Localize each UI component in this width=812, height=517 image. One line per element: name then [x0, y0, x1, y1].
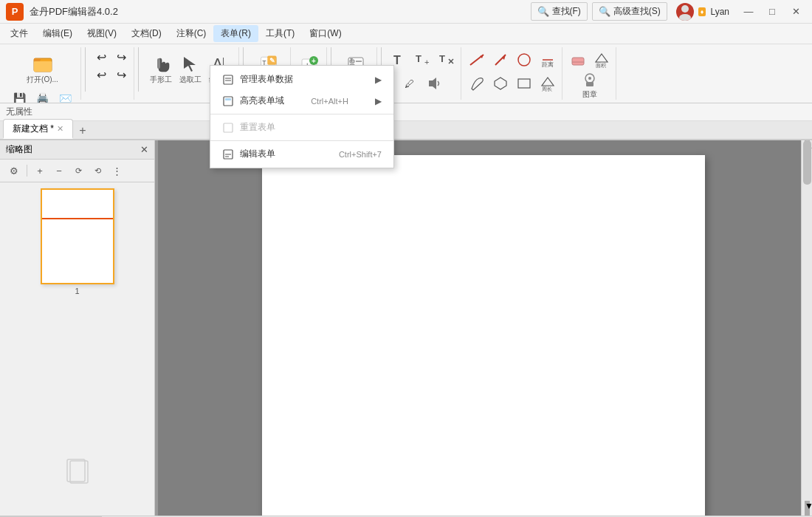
svg-point-47	[588, 77, 591, 80]
search-icon: 🔍	[537, 6, 549, 17]
tab-new-document[interactable]: 新建文档 * ✕	[3, 119, 73, 139]
titlebar: P 金丹PDF编辑器4.0.2 🔍 查找(F) 🔍 高级查找(S) ♦ Lyan…	[0, 0, 812, 24]
undo2-button[interactable]: ↩	[92, 66, 111, 83]
stamp-button[interactable]: 图章	[575, 72, 605, 99]
content-left-resizer[interactable]	[155, 140, 158, 516]
menu-edit[interactable]: 编辑(E)	[35, 25, 80, 42]
svg-text:周长: 周长	[542, 86, 552, 92]
stamp-label: 图章	[582, 90, 597, 99]
toolbar-group-stamp: 面积 图章	[564, 47, 616, 100]
menu-tools[interactable]: 工具(T)	[258, 25, 302, 42]
search-bar: 🔍 查找(F) 🔍 高级查找(S)	[531, 2, 667, 21]
sidebar-resizer[interactable]	[151, 140, 154, 516]
perimeter-button[interactable]: 周长	[537, 72, 559, 95]
menubar: 文件 编辑(E) 视图(V) 文档(D) 注释(C) 表单(R) 工具(T) 窗…	[0, 24, 812, 44]
app-logo: P	[6, 3, 24, 21]
sidebar-settings-button[interactable]: ⚙	[6, 162, 22, 179]
circle-button[interactable]	[513, 49, 535, 71]
svg-marker-44	[596, 54, 608, 62]
menu-file[interactable]: 文件	[3, 25, 35, 42]
main-area: 缩略图 ✕ ⚙ + − ⟳ ⟲ ⋮ 1	[0, 140, 812, 516]
hand-label: 手形工	[150, 75, 172, 84]
svg-rect-48	[586, 82, 593, 86]
find-button[interactable]: 🔍 查找(F)	[531, 2, 588, 21]
sidebar-zoom-in-button[interactable]: +	[32, 162, 48, 179]
toolbar: 打开(O)... 💾 🖨️ ✉️ ↩ ↪ ↩ ↪	[0, 44, 812, 103]
maximize-button[interactable]: □	[762, 4, 782, 20]
save-button[interactable]: 💾	[9, 90, 30, 103]
dd-sep-2	[210, 140, 393, 141]
advanced-search-button[interactable]: 🔍 高级查找(S)	[592, 2, 667, 21]
text-add-button[interactable]: T+	[412, 49, 434, 71]
toolbar-row-1: 打开(O)...	[24, 49, 61, 89]
avatar	[676, 3, 694, 21]
tab-close-icon[interactable]: ✕	[57, 124, 63, 134]
sidebar-more-button[interactable]: ⋮	[109, 162, 125, 179]
area-button[interactable]: 面积	[591, 49, 613, 71]
undo-redo-row2: ↩ ↪	[92, 66, 131, 83]
polygon-button[interactable]	[489, 72, 512, 95]
close-button[interactable]: ✕	[785, 4, 806, 20]
thumbnail-page-1[interactable]: 1	[41, 188, 114, 295]
dd-highlight-shortcut: Ctrl+Alt+H	[311, 97, 348, 106]
print-button[interactable]: 🖨️	[32, 90, 53, 103]
vip-badge: ♦	[698, 7, 706, 16]
sidebar-tools: ⚙ + − ⟳ ⟲ ⋮	[0, 160, 154, 182]
menu-document[interactable]: 文档(D)	[124, 25, 169, 42]
svg-marker-30	[429, 78, 436, 89]
tab-add-button[interactable]: +	[75, 123, 91, 139]
redo-button[interactable]: ↪	[112, 49, 131, 65]
dd-manage-form-data[interactable]: 管理表单数据 ▶	[210, 69, 393, 90]
minimize-button[interactable]: —	[738, 4, 759, 20]
user-name: Lyan	[710, 7, 729, 17]
sidebar-close-button[interactable]: ✕	[140, 144, 148, 155]
menu-form[interactable]: 表单(R)	[213, 25, 258, 42]
email-button[interactable]: ✉️	[55, 90, 76, 103]
attrbar: 无属性	[0, 103, 812, 121]
line-button[interactable]	[466, 49, 488, 71]
open-button[interactable]: 打开(O)...	[24, 49, 61, 89]
dd-edit-shortcut: Ctrl+Shift+7	[339, 150, 382, 159]
svg-rect-51	[224, 75, 233, 84]
svg-text:距离: 距离	[542, 61, 554, 68]
dd-edit-form[interactable]: 编辑表单 Ctrl+Shift+7	[210, 143, 393, 165]
svg-rect-3	[34, 61, 52, 72]
dd-reset-icon	[222, 122, 234, 134]
eraser-button[interactable]	[567, 49, 589, 71]
print-icon: 🖨️	[36, 92, 49, 103]
scroll-thumb[interactable]	[803, 140, 811, 185]
sidebar-zoom-out-button[interactable]: −	[51, 162, 67, 179]
scroll-bar[interactable]: ▲ ▼	[801, 140, 812, 516]
redo2-button[interactable]: ↪	[112, 66, 131, 83]
select-icon	[180, 53, 201, 74]
menu-comment[interactable]: 注释(C)	[169, 25, 214, 42]
hand-icon	[151, 53, 171, 74]
sidebar-rotate-cw-button[interactable]: ⟳	[70, 162, 86, 179]
text-format-button[interactable]: T	[436, 49, 458, 71]
svg-rect-55	[225, 98, 231, 100]
menu-view[interactable]: 视图(V)	[80, 25, 124, 42]
rect-button[interactable]	[513, 72, 535, 95]
dd-highlight-label: 高亮表单域	[240, 95, 284, 107]
svg-marker-38	[495, 78, 506, 89]
svg-rect-5	[157, 58, 160, 69]
thumb-line	[42, 218, 113, 219]
select-tool-button[interactable]: 选取工	[176, 49, 204, 89]
menu-window[interactable]: 窗口(W)	[302, 25, 348, 42]
sidebar-header: 缩略图 ✕	[0, 140, 154, 160]
link-button[interactable]: 🖊	[400, 72, 422, 95]
arrow-button[interactable]	[489, 49, 512, 71]
sound-button[interactable]	[424, 72, 446, 95]
hand-tool-button[interactable]: 手形工	[147, 49, 175, 89]
undo-button[interactable]: ↩	[92, 49, 111, 65]
stamp-icon	[579, 72, 600, 89]
pencil-button[interactable]	[466, 72, 488, 95]
toolbar-group-text: T T+ T 🖊	[385, 47, 461, 100]
sidebar-rotate-ccw-button[interactable]: ⟲	[89, 162, 106, 179]
svg-point-0	[681, 5, 689, 13]
tab-label: 新建文档 *	[13, 123, 54, 135]
scroll-down-arrow[interactable]: ▼	[805, 501, 810, 516]
measure-button[interactable]: 距离	[537, 49, 559, 71]
scroll-track: ▲ ▼	[802, 140, 812, 516]
dd-highlight-form-field[interactable]: 高亮表单域 Ctrl+Alt+H ▶	[210, 90, 393, 112]
